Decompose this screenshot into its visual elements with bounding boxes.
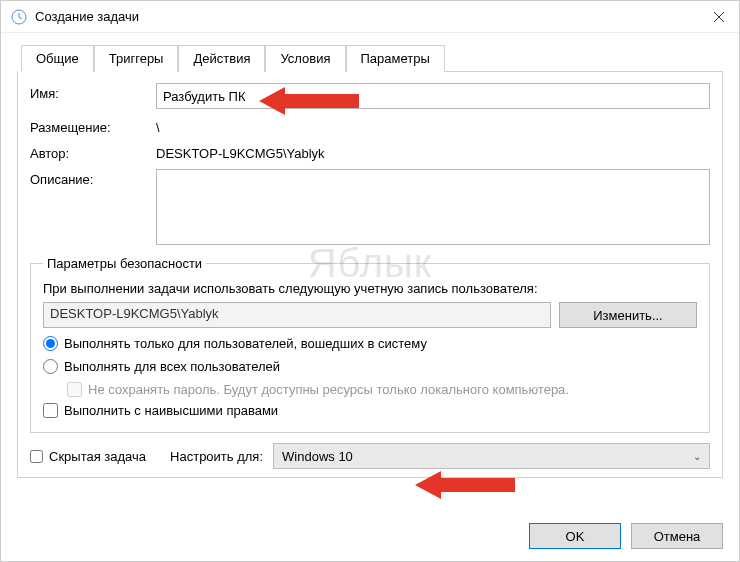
- author-value: DESKTOP-L9KCMG5\Yablyk: [156, 143, 710, 161]
- location-value: \: [156, 117, 710, 135]
- clock-icon: [11, 9, 27, 25]
- window-title: Создание задачи: [35, 9, 699, 24]
- dialog-footer: OK Отмена: [529, 523, 723, 549]
- tab-general[interactable]: Общие: [21, 45, 94, 72]
- tab-conditions[interactable]: Условия: [265, 45, 345, 72]
- ok-button[interactable]: OK: [529, 523, 621, 549]
- tab-settings[interactable]: Параметры: [346, 45, 445, 72]
- configure-for-value: Windows 10: [282, 449, 353, 464]
- radio-logged-on[interactable]: [43, 336, 58, 351]
- close-button[interactable]: [699, 1, 739, 33]
- hidden-task-label: Скрытая задача: [49, 449, 146, 464]
- hidden-task-checkbox[interactable]: [30, 450, 43, 463]
- no-password-checkbox: [67, 382, 82, 397]
- close-icon: [713, 11, 725, 23]
- name-label: Имя:: [30, 83, 156, 101]
- description-label: Описание:: [30, 169, 156, 187]
- security-fieldset: Параметры безопасности При выполнении за…: [30, 256, 710, 433]
- general-panel: Имя: Размещение: \ Автор: DESKTOP-L9KCMG…: [17, 71, 723, 478]
- radio-logged-on-label: Выполнять только для пользователей, воше…: [64, 336, 427, 351]
- security-legend: Параметры безопасности: [43, 256, 206, 271]
- use-account-text: При выполнении задачи использовать следу…: [43, 281, 697, 296]
- create-task-window: Создание задачи Общие Триггеры Действия …: [0, 0, 740, 562]
- radio-all-users-label: Выполнять для всех пользователей: [64, 359, 280, 374]
- no-password-label: Не сохранять пароль. Будут доступны ресу…: [88, 382, 569, 397]
- name-input[interactable]: [156, 83, 710, 109]
- configure-for-label: Настроить для:: [170, 449, 263, 464]
- highest-priv-checkbox[interactable]: [43, 403, 58, 418]
- cancel-button[interactable]: Отмена: [631, 523, 723, 549]
- titlebar: Создание задачи: [1, 1, 739, 33]
- highest-priv-label: Выполнить с наивысшими правами: [64, 403, 278, 418]
- location-label: Размещение:: [30, 117, 156, 135]
- tab-actions[interactable]: Действия: [178, 45, 265, 72]
- description-input[interactable]: [156, 169, 710, 245]
- chevron-down-icon: ⌄: [693, 451, 701, 462]
- tab-triggers[interactable]: Триггеры: [94, 45, 179, 72]
- author-label: Автор:: [30, 143, 156, 161]
- change-user-button[interactable]: Изменить...: [559, 302, 697, 328]
- radio-all-users[interactable]: [43, 359, 58, 374]
- configure-for-select[interactable]: Windows 10 ⌄: [273, 443, 710, 469]
- account-field: DESKTOP-L9KCMG5\Yablyk: [43, 302, 551, 328]
- tab-strip: Общие Триггеры Действия Условия Параметр…: [21, 45, 723, 72]
